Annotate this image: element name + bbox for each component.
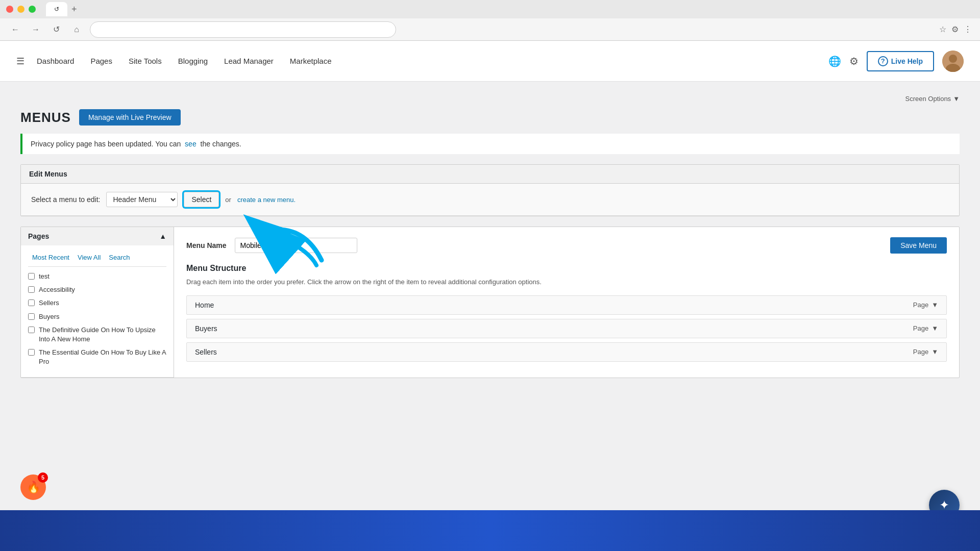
nav-lead-manager[interactable]: Lead Manager xyxy=(224,57,274,65)
menu-item-home-name: Home xyxy=(195,301,214,309)
address-bar[interactable] xyxy=(90,21,396,38)
page-item-accessibility: Accessibility xyxy=(28,285,166,294)
or-text: or xyxy=(225,196,231,204)
screen-options-label: Screen Options xyxy=(905,95,951,103)
page-item-essential: The Essential Guide On How To Buy Like A… xyxy=(28,348,166,366)
page-label-definitive[interactable]: The Definitive Guide On How To Upsize In… xyxy=(39,325,166,344)
pages-panel-title: Pages xyxy=(28,232,49,240)
page-heading: MENUS Manage with Live Preview xyxy=(20,109,960,126)
pages-panel-section: Pages ▲ Most Recent View All Search test xyxy=(21,227,174,378)
screen-options-button[interactable]: Screen Options ▼ xyxy=(905,95,960,103)
main-nav: Dashboard Pages Site Tools Blogging Lead… xyxy=(37,57,828,65)
page-label-accessibility[interactable]: Accessibility xyxy=(39,285,75,294)
create-menu-link[interactable]: create a new menu. xyxy=(237,196,296,204)
pages-panel-header[interactable]: Pages ▲ xyxy=(21,227,174,245)
page-checkbox-test[interactable] xyxy=(28,273,35,280)
menu-item-sellers-name: Sellers xyxy=(195,348,217,356)
nav-site-tools[interactable]: Site Tools xyxy=(129,57,162,65)
globe-icon[interactable]: 🌐 xyxy=(828,55,841,67)
fire-icon: 🔥 5 xyxy=(20,474,46,500)
menu-select-dropdown[interactable]: Header Menu xyxy=(106,192,178,207)
menu-item-sellers-type-label: Page xyxy=(913,348,928,356)
menu-structure-title: Menu Structure xyxy=(186,264,947,273)
menu-item-buyers: Buyers Page ▼ xyxy=(186,319,947,338)
new-tab-button[interactable]: + xyxy=(71,4,77,15)
menu-name-row: Menu Name Save Menu xyxy=(186,237,947,254)
reload-button[interactable]: ↺ xyxy=(49,22,63,37)
menus-grid: Pages ▲ Most Recent View All Search test xyxy=(20,227,960,378)
live-preview-button[interactable]: Manage with Live Preview xyxy=(79,109,181,126)
app-header: ☰ Dashboard Pages Site Tools Blogging Le… xyxy=(0,41,980,82)
notice-text: Privacy policy page has been updated. Yo… xyxy=(31,140,181,148)
page-label-test[interactable]: test xyxy=(39,272,50,281)
notice-suffix: the changes. xyxy=(201,140,241,148)
menu-name-input[interactable] xyxy=(235,238,357,253)
page-checkbox-buyers[interactable] xyxy=(28,313,35,320)
edit-menus-title: Edit Menus xyxy=(29,170,67,178)
nav-blogging[interactable]: Blogging xyxy=(178,57,208,65)
avatar[interactable] xyxy=(942,51,964,72)
nav-marketplace[interactable]: Marketplace xyxy=(290,57,332,65)
fire-badge[interactable]: 🔥 5 xyxy=(20,474,46,500)
traffic-red xyxy=(6,6,13,13)
page-checkbox-essential[interactable] xyxy=(28,349,35,356)
nav-pages[interactable]: Pages xyxy=(90,57,112,65)
home-button[interactable]: ⌂ xyxy=(69,22,84,37)
gear-icon[interactable]: ⚙ xyxy=(849,55,859,67)
page-item-sellers: Sellers xyxy=(28,298,166,308)
avatar-image xyxy=(942,51,964,72)
page-title: MENUS xyxy=(20,110,71,126)
traffic-yellow xyxy=(17,6,24,13)
menu-item-home-type-label: Page xyxy=(913,301,928,309)
select-menu-row: Select a menu to edit: Header Menu Selec… xyxy=(21,184,959,216)
browser-tab[interactable]: ↺ xyxy=(46,2,67,16)
pages-panel-body: Most Recent View All Search test Accessi… xyxy=(21,245,174,377)
more-options-icon[interactable]: ⋮ xyxy=(964,24,972,34)
forward-button[interactable]: → xyxy=(29,22,43,37)
page-checkbox-definitive[interactable] xyxy=(28,327,35,333)
content-area: Screen Options ▼ MENUS Manage with Live … xyxy=(0,82,980,551)
tab-view-all[interactable]: View All xyxy=(74,252,105,266)
menu-item-sellers-arrow[interactable]: ▼ xyxy=(932,348,938,356)
live-help-icon: ? xyxy=(878,56,888,66)
menu-item-sellers-type: Page ▼ xyxy=(913,348,938,356)
pages-tabs-row: Most Recent View All Search xyxy=(28,252,166,267)
tab-most-recent[interactable]: Most Recent xyxy=(28,252,74,266)
menu-item-home-arrow[interactable]: ▼ xyxy=(932,301,938,309)
menu-item-buyers-type: Page ▼ xyxy=(913,324,938,332)
tab-favicon: ↺ xyxy=(54,6,59,13)
edit-menus-box: Edit Menus Select a menu to edit: Header… xyxy=(20,164,960,216)
menu-name-label: Menu Name xyxy=(186,241,227,249)
extensions-icon[interactable]: ⚙ xyxy=(951,24,959,34)
back-button[interactable]: ← xyxy=(8,22,22,37)
tab-search[interactable]: Search xyxy=(105,252,134,266)
menu-item-buyers-arrow[interactable]: ▼ xyxy=(932,324,938,332)
menu-item-sellers: Sellers Page ▼ xyxy=(186,342,947,362)
page-checkbox-sellers[interactable] xyxy=(28,299,35,306)
screen-options-chevron: ▼ xyxy=(953,95,960,103)
page-label-essential[interactable]: The Essential Guide On How To Buy Like A… xyxy=(39,348,166,366)
page-checkbox-accessibility[interactable] xyxy=(28,286,35,293)
page-label-sellers[interactable]: Sellers xyxy=(39,298,59,308)
nav-dashboard[interactable]: Dashboard xyxy=(37,57,74,65)
page-item-definitive: The Definitive Guide On How To Upsize In… xyxy=(28,325,166,344)
menu-item-buyers-type-label: Page xyxy=(913,324,928,332)
live-help-button[interactable]: ? Live Help xyxy=(867,51,934,71)
save-menu-button[interactable]: Save Menu xyxy=(890,237,947,254)
screen-options-container: Screen Options ▼ xyxy=(20,94,960,103)
traffic-green xyxy=(29,6,36,13)
collapse-icon: ▲ xyxy=(159,232,166,240)
menu-structure-desc: Drag each item into the order you prefer… xyxy=(186,277,947,287)
page-item-test: test xyxy=(28,272,166,281)
bookmark-icon[interactable]: ☆ xyxy=(939,24,946,34)
header-actions: 🌐 ⚙ ? Live Help xyxy=(828,51,964,72)
right-panel: Menu Name Save Menu Menu Structure Drag … xyxy=(174,227,959,378)
menu-item-home: Home Page ▼ xyxy=(186,295,947,315)
page-label-buyers[interactable]: Buyers xyxy=(39,312,59,321)
hamburger-menu[interactable]: ☰ xyxy=(16,56,24,67)
edit-menus-header: Edit Menus xyxy=(21,165,959,184)
notice-link[interactable]: see xyxy=(185,140,197,148)
svg-point-1 xyxy=(949,55,957,63)
menu-item-buyers-name: Buyers xyxy=(195,324,217,333)
select-button[interactable]: Select xyxy=(184,192,219,207)
